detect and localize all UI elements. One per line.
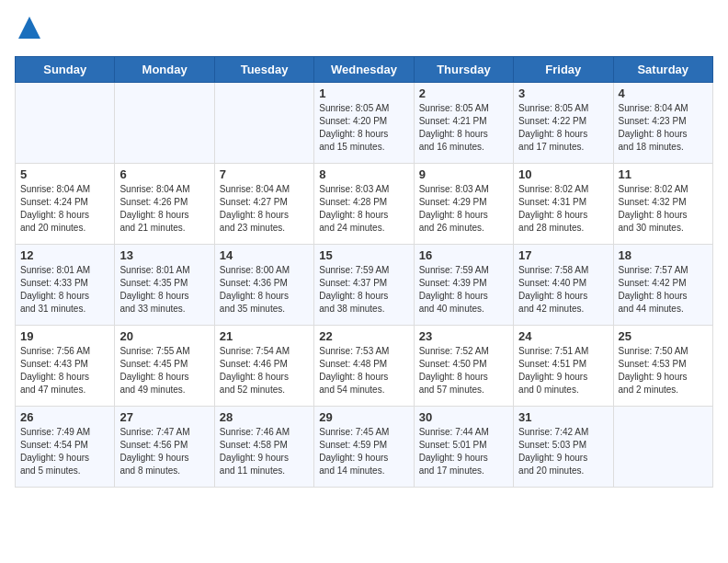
calendar-cell: 10Sunrise: 8:02 AM Sunset: 4:31 PM Dayli… — [514, 164, 613, 245]
calendar-cell: 5Sunrise: 8:04 AM Sunset: 4:24 PM Daylig… — [16, 164, 115, 245]
weekday-header-thursday: Thursday — [414, 57, 513, 83]
calendar-cell — [16, 83, 115, 164]
calendar-cell — [115, 83, 214, 164]
calendar-cell: 21Sunrise: 7:54 AM Sunset: 4:46 PM Dayli… — [214, 326, 313, 407]
calendar-cell: 30Sunrise: 7:44 AM Sunset: 5:01 PM Dayli… — [414, 407, 513, 488]
week-row-3: 12Sunrise: 8:01 AM Sunset: 4:33 PM Dayli… — [16, 245, 713, 326]
calendar-cell: 25Sunrise: 7:50 AM Sunset: 4:53 PM Dayli… — [613, 326, 712, 407]
day-number: 28 — [220, 410, 309, 424]
day-number: 30 — [419, 410, 508, 424]
day-number: 1 — [319, 86, 408, 100]
calendar-cell: 6Sunrise: 8:04 AM Sunset: 4:26 PM Daylig… — [115, 164, 214, 245]
day-info: Sunrise: 8:00 AM Sunset: 4:36 PM Dayligh… — [220, 264, 309, 316]
weekday-header-sunday: Sunday — [16, 57, 115, 83]
day-info: Sunrise: 8:01 AM Sunset: 4:33 PM Dayligh… — [20, 264, 109, 316]
day-info: Sunrise: 7:50 AM Sunset: 4:53 PM Dayligh… — [619, 345, 708, 396]
calendar-cell: 12Sunrise: 8:01 AM Sunset: 4:33 PM Dayli… — [16, 245, 115, 326]
calendar-cell: 4Sunrise: 8:04 AM Sunset: 4:23 PM Daylig… — [613, 83, 712, 164]
day-info: Sunrise: 8:02 AM Sunset: 4:31 PM Dayligh… — [518, 183, 608, 235]
day-info: Sunrise: 8:04 AM Sunset: 4:24 PM Dayligh… — [20, 183, 109, 235]
day-info: Sunrise: 7:46 AM Sunset: 4:58 PM Dayligh… — [220, 426, 309, 477]
day-info: Sunrise: 8:01 AM Sunset: 4:35 PM Dayligh… — [119, 264, 209, 316]
day-info: Sunrise: 8:03 AM Sunset: 4:28 PM Dayligh… — [319, 183, 408, 235]
day-info: Sunrise: 8:05 AM Sunset: 4:20 PM Dayligh… — [319, 102, 408, 154]
day-info: Sunrise: 7:57 AM Sunset: 4:42 PM Dayligh… — [619, 264, 708, 316]
day-number: 22 — [319, 329, 408, 343]
day-info: Sunrise: 8:03 AM Sunset: 4:29 PM Dayligh… — [419, 183, 508, 235]
day-number: 10 — [518, 167, 608, 181]
day-info: Sunrise: 8:02 AM Sunset: 4:32 PM Dayligh… — [619, 183, 708, 235]
calendar-cell: 27Sunrise: 7:47 AM Sunset: 4:56 PM Dayli… — [115, 407, 214, 488]
calendar-cell: 28Sunrise: 7:46 AM Sunset: 4:58 PM Dayli… — [214, 407, 313, 488]
day-number: 3 — [518, 86, 608, 100]
calendar-cell: 17Sunrise: 7:58 AM Sunset: 4:40 PM Dayli… — [514, 245, 613, 326]
calendar-cell: 20Sunrise: 7:55 AM Sunset: 4:45 PM Dayli… — [115, 326, 214, 407]
day-info: Sunrise: 7:49 AM Sunset: 4:54 PM Dayligh… — [20, 426, 109, 477]
day-number: 18 — [619, 248, 708, 262]
day-info: Sunrise: 7:53 AM Sunset: 4:48 PM Dayligh… — [319, 345, 408, 396]
svg-marker-0 — [18, 17, 40, 39]
day-number: 13 — [119, 248, 209, 262]
weekday-header-wednesday: Wednesday — [314, 57, 414, 83]
day-info: Sunrise: 7:45 AM Sunset: 4:59 PM Dayligh… — [319, 426, 408, 477]
day-number: 6 — [119, 167, 209, 181]
day-number: 29 — [319, 410, 408, 424]
day-info: Sunrise: 8:04 AM Sunset: 4:27 PM Dayligh… — [220, 183, 309, 235]
calendar-cell: 8Sunrise: 8:03 AM Sunset: 4:28 PM Daylig… — [314, 164, 414, 245]
day-info: Sunrise: 7:47 AM Sunset: 4:56 PM Dayligh… — [119, 426, 209, 477]
calendar-cell: 7Sunrise: 8:04 AM Sunset: 4:27 PM Daylig… — [214, 164, 313, 245]
day-number: 12 — [20, 248, 109, 262]
calendar-table: SundayMondayTuesdayWednesdayThursdayFrid… — [15, 56, 713, 488]
day-number: 14 — [220, 248, 309, 262]
day-number: 31 — [518, 410, 608, 424]
day-info: Sunrise: 7:52 AM Sunset: 4:50 PM Dayligh… — [419, 345, 508, 396]
day-number: 23 — [419, 329, 508, 343]
day-number: 27 — [119, 410, 209, 424]
day-number: 5 — [20, 167, 109, 181]
logo-icon — [17, 15, 42, 40]
calendar-cell: 31Sunrise: 7:42 AM Sunset: 5:03 PM Dayli… — [514, 407, 613, 488]
day-number: 21 — [220, 329, 309, 343]
day-number: 9 — [419, 167, 508, 181]
calendar-cell: 13Sunrise: 8:01 AM Sunset: 4:35 PM Dayli… — [115, 245, 214, 326]
calendar-cell: 19Sunrise: 7:56 AM Sunset: 4:43 PM Dayli… — [16, 326, 115, 407]
day-number: 7 — [220, 167, 309, 181]
day-info: Sunrise: 8:05 AM Sunset: 4:22 PM Dayligh… — [518, 102, 608, 154]
calendar-cell: 16Sunrise: 7:59 AM Sunset: 4:39 PM Dayli… — [414, 245, 513, 326]
day-info: Sunrise: 7:58 AM Sunset: 4:40 PM Dayligh… — [518, 264, 608, 316]
day-info: Sunrise: 7:54 AM Sunset: 4:46 PM Dayligh… — [220, 345, 309, 396]
week-row-1: 1Sunrise: 8:05 AM Sunset: 4:20 PM Daylig… — [16, 83, 713, 164]
weekday-header-monday: Monday — [115, 57, 214, 83]
calendar-cell: 9Sunrise: 8:03 AM Sunset: 4:29 PM Daylig… — [414, 164, 513, 245]
day-number: 24 — [518, 329, 608, 343]
day-number: 11 — [619, 167, 708, 181]
day-number: 4 — [619, 86, 708, 100]
week-row-5: 26Sunrise: 7:49 AM Sunset: 4:54 PM Dayli… — [16, 407, 713, 488]
calendar-cell: 22Sunrise: 7:53 AM Sunset: 4:48 PM Dayli… — [314, 326, 414, 407]
calendar-cell: 15Sunrise: 7:59 AM Sunset: 4:37 PM Dayli… — [314, 245, 414, 326]
calendar-cell: 14Sunrise: 8:00 AM Sunset: 4:36 PM Dayli… — [214, 245, 313, 326]
day-number: 17 — [518, 248, 608, 262]
day-info: Sunrise: 8:04 AM Sunset: 4:26 PM Dayligh… — [119, 183, 209, 235]
day-number: 20 — [119, 329, 209, 343]
day-info: Sunrise: 8:05 AM Sunset: 4:21 PM Dayligh… — [419, 102, 508, 154]
day-number: 16 — [419, 248, 508, 262]
calendar-cell — [214, 83, 313, 164]
day-number: 19 — [20, 329, 109, 343]
day-number: 8 — [319, 167, 408, 181]
week-row-4: 19Sunrise: 7:56 AM Sunset: 4:43 PM Dayli… — [16, 326, 713, 407]
day-number: 26 — [20, 410, 109, 424]
calendar-cell: 24Sunrise: 7:51 AM Sunset: 4:51 PM Dayli… — [514, 326, 613, 407]
calendar-cell: 2Sunrise: 8:05 AM Sunset: 4:21 PM Daylig… — [414, 83, 513, 164]
day-info: Sunrise: 7:42 AM Sunset: 5:03 PM Dayligh… — [518, 426, 608, 477]
page-header — [15, 15, 713, 45]
day-number: 2 — [419, 86, 508, 100]
day-info: Sunrise: 7:56 AM Sunset: 4:43 PM Dayligh… — [20, 345, 109, 396]
day-info: Sunrise: 7:51 AM Sunset: 4:51 PM Dayligh… — [518, 345, 608, 396]
week-row-2: 5Sunrise: 8:04 AM Sunset: 4:24 PM Daylig… — [16, 164, 713, 245]
calendar-cell: 29Sunrise: 7:45 AM Sunset: 4:59 PM Dayli… — [314, 407, 414, 488]
day-number: 25 — [619, 329, 708, 343]
day-info: Sunrise: 7:59 AM Sunset: 4:37 PM Dayligh… — [319, 264, 408, 316]
day-info: Sunrise: 8:04 AM Sunset: 4:23 PM Dayligh… — [619, 102, 708, 154]
weekday-header-friday: Friday — [514, 57, 613, 83]
